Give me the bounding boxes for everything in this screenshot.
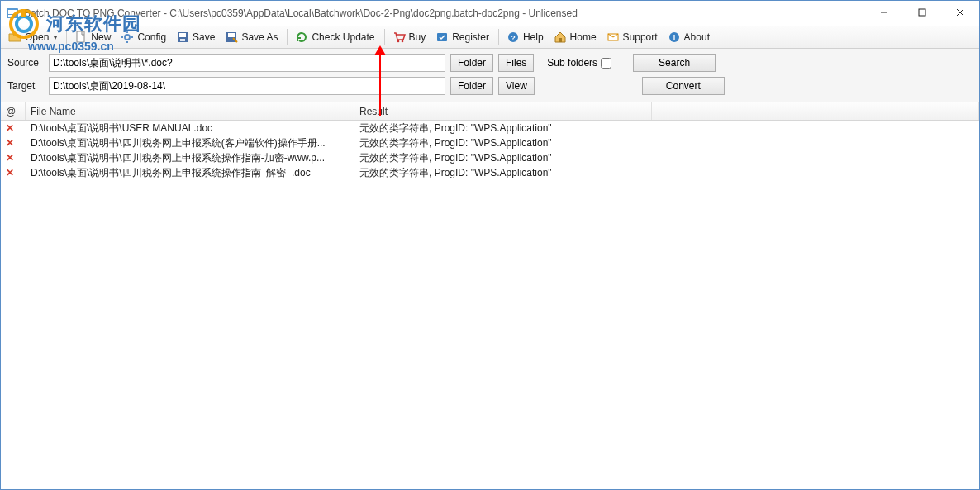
target-label: Target — [7, 80, 44, 92]
toolbar-label: Support — [623, 31, 658, 43]
column-header-file[interactable]: File Name — [26, 102, 354, 120]
toolbar-label: Save — [193, 31, 215, 43]
svg-rect-18 — [228, 33, 235, 37]
target-folder-button[interactable]: Folder — [450, 77, 493, 95]
mail-icon — [607, 31, 620, 44]
table-row[interactable]: ✕D:\tools\桌面\说明书\四川税务网上申报系统操作指南-加密-www.p… — [1, 150, 979, 165]
maximize-button[interactable] — [903, 1, 941, 24]
error-icon: ✕ — [6, 167, 14, 178]
convert-button[interactable]: Convert — [642, 77, 725, 95]
cell-result: 无效的类字符串, ProgID: "WPS.Application" — [354, 151, 652, 165]
check-update-button[interactable]: Check Update — [291, 27, 380, 47]
save-as-icon — [225, 31, 238, 44]
svg-rect-24 — [559, 38, 562, 42]
target-view-button[interactable]: View — [498, 77, 535, 95]
search-button[interactable]: Search — [633, 54, 716, 72]
open-button[interactable]: Open ▾ — [4, 27, 63, 47]
error-icon: ✕ — [6, 122, 14, 134]
path-panel: Source Folder Files Sub folders Search T… — [1, 49, 979, 102]
cell-file: D:\tools\桌面\说明书\四川税务网上申报系统操作指南_解密_.doc — [26, 166, 354, 180]
toolbar-label: Open — [25, 31, 49, 43]
error-icon: ✕ — [6, 152, 14, 164]
svg-point-9 — [125, 35, 130, 40]
help-button[interactable]: ? Help — [502, 27, 549, 47]
toolbar-label: New — [91, 31, 111, 43]
config-button[interactable]: Config — [117, 27, 172, 47]
app-icon — [6, 7, 19, 20]
source-files-button[interactable]: Files — [498, 54, 534, 72]
support-button[interactable]: Support — [602, 27, 664, 47]
save-as-button[interactable]: Save As — [221, 27, 283, 47]
app-window: Batch DOC TO PNG Converter - C:\Users\pc… — [0, 0, 980, 490]
source-folder-button[interactable]: Folder — [450, 54, 493, 72]
toolbar-label: Check Update — [312, 31, 374, 43]
svg-rect-1 — [8, 10, 17, 12]
toolbar-label: Home — [570, 31, 597, 43]
list-header: @ File Name Result — [1, 102, 979, 121]
source-input[interactable] — [49, 54, 445, 72]
svg-point-19 — [397, 40, 399, 43]
home-icon — [554, 31, 567, 44]
home-button[interactable]: Home — [549, 27, 602, 47]
file-list[interactable]: @ File Name Result ✕D:\tools\桌面\说明书\USER… — [1, 102, 979, 489]
save-icon — [176, 31, 189, 44]
subfolders-checkbox[interactable] — [601, 58, 611, 69]
cell-result: 无效的类字符串, ProgID: "WPS.Application" — [354, 166, 652, 180]
svg-text:i: i — [673, 34, 675, 42]
register-button[interactable]: Register — [431, 27, 495, 47]
info-icon: i — [668, 31, 681, 44]
toolbar-label: Register — [452, 31, 489, 43]
subfolders-label: Sub folders — [547, 57, 597, 69]
table-row[interactable]: ✕D:\tools\桌面\说明书\USER MANUAL.doc无效的类字符串,… — [1, 121, 979, 136]
column-header-spacer — [652, 102, 979, 120]
table-row[interactable]: ✕D:\tools\桌面\说明书\四川税务网上申报系统操作指南_解密_.doc无… — [1, 165, 979, 180]
svg-point-20 — [401, 40, 403, 43]
toolbar-label: Buy — [409, 31, 426, 43]
about-button[interactable]: i About — [664, 27, 716, 47]
toolbar-label: Config — [137, 31, 166, 43]
column-header-status[interactable]: @ — [1, 102, 26, 120]
cell-file: D:\tools\桌面\说明书\四川税务网上申报系统操作指南-加密-www.p.… — [26, 151, 354, 165]
target-input[interactable] — [49, 77, 445, 95]
cell-result: 无效的类字符串, ProgID: "WPS.Application" — [354, 121, 652, 136]
folder-open-icon — [8, 31, 21, 44]
source-label: Source — [7, 57, 44, 69]
column-header-result[interactable]: Result — [354, 102, 652, 120]
svg-rect-16 — [180, 39, 185, 41]
cell-result: 无效的类字符串, ProgID: "WPS.Application" — [354, 136, 652, 150]
register-icon — [435, 31, 449, 44]
gear-icon — [121, 31, 134, 44]
cell-file: D:\tools\桌面\说明书\USER MANUAL.doc — [26, 121, 354, 136]
minimize-button[interactable] — [865, 1, 903, 24]
buy-button[interactable]: Buy — [388, 27, 432, 47]
table-row[interactable]: ✕D:\tools\桌面\说明书\四川税务网上申报系统(客户端软件)操作手册..… — [1, 136, 979, 150]
svg-text:?: ? — [511, 34, 516, 42]
close-button[interactable] — [941, 1, 979, 24]
toolbar-label: Save As — [241, 31, 278, 43]
help-icon: ? — [507, 31, 520, 44]
error-icon: ✕ — [6, 137, 14, 149]
save-button[interactable]: Save — [172, 27, 221, 47]
svg-rect-5 — [919, 9, 925, 16]
window-controls — [865, 1, 979, 26]
cart-icon — [392, 31, 406, 44]
refresh-icon — [295, 31, 308, 44]
cell-file: D:\tools\桌面\说明书\四川税务网上申报系统(客户端软件)操作手册... — [26, 136, 354, 150]
toolbar-label: About — [684, 31, 710, 43]
new-button[interactable]: New — [70, 27, 117, 47]
toolbar-label: Help — [523, 31, 544, 43]
new-file-icon — [74, 31, 88, 44]
svg-rect-8 — [77, 31, 84, 42]
title-bar: Batch DOC TO PNG Converter - C:\Users\pc… — [1, 1, 979, 26]
toolbar: Open ▾ New Config Save Save A — [1, 26, 979, 49]
window-title: Batch DOC TO PNG Converter - C:\Users\pc… — [24, 7, 865, 19]
svg-rect-3 — [8, 15, 13, 17]
svg-rect-15 — [179, 33, 186, 37]
svg-rect-2 — [8, 12, 17, 14]
